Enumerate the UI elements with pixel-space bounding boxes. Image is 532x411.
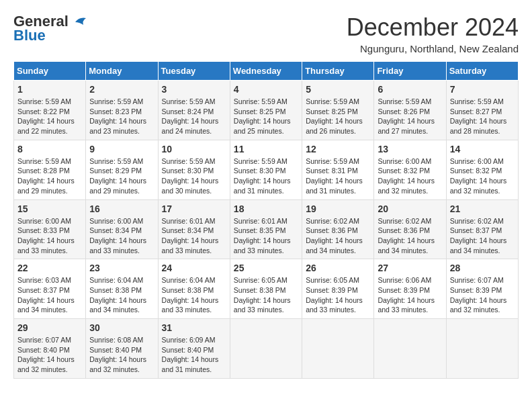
calendar-table: SundayMondayTuesdayWednesdayThursdayFrid… [13,61,519,379]
day-info: Sunrise: 6:07 AM Sunset: 8:40 PM Dayligh… [17,335,82,375]
day-number: 2 [89,84,154,95]
day-number: 29 [17,322,82,333]
day-number: 24 [162,263,226,273]
page-header: General Blue December 2024 Ngunguru, Nor… [13,13,519,54]
calendar-cell: 31 Sunrise: 6:09 AM Sunset: 8:40 PM Dayl… [158,319,230,379]
day-number: 28 [450,263,515,273]
day-info: Sunrise: 6:08 AM Sunset: 8:40 PM Dayligh… [89,335,154,375]
day-info: Sunrise: 6:04 AM Sunset: 8:38 PM Dayligh… [89,275,154,315]
day-info: Sunrise: 6:02 AM Sunset: 8:36 PM Dayligh… [306,216,370,256]
day-number: 20 [378,203,442,214]
calendar-cell: 18 Sunrise: 6:01 AM Sunset: 8:35 PM Dayl… [230,199,302,259]
day-number: 14 [450,144,515,154]
logo: General Blue [13,13,87,44]
day-info: Sunrise: 6:06 AM Sunset: 8:39 PM Dayligh… [378,275,442,315]
day-number: 11 [234,144,298,154]
day-info: Sunrise: 6:01 AM Sunset: 8:35 PM Dayligh… [234,216,298,256]
day-info: Sunrise: 5:59 AM Sunset: 8:29 PM Dayligh… [89,156,154,196]
day-number: 12 [306,144,370,154]
calendar-cell: 13 Sunrise: 6:00 AM Sunset: 8:32 PM Dayl… [374,140,446,199]
calendar-cell [374,319,446,379]
day-number: 10 [162,144,226,154]
month-title: December 2024 [347,13,519,42]
day-number: 4 [234,84,298,95]
day-info: Sunrise: 5:59 AM Sunset: 8:22 PM Dayligh… [17,97,82,136]
calendar-header-row: SundayMondayTuesdayWednesdayThursdayFrid… [14,62,519,81]
calendar-cell: 29 Sunrise: 6:07 AM Sunset: 8:40 PM Dayl… [14,319,86,379]
calendar-cell: 22 Sunrise: 6:03 AM Sunset: 8:37 PM Dayl… [14,259,86,319]
calendar-cell: 30 Sunrise: 6:08 AM Sunset: 8:40 PM Dayl… [86,319,158,379]
calendar-cell: 7 Sunrise: 5:59 AM Sunset: 8:27 PM Dayli… [446,81,518,140]
calendar-cell: 25 Sunrise: 6:05 AM Sunset: 8:38 PM Dayl… [230,259,302,319]
calendar-week-row: 8 Sunrise: 5:59 AM Sunset: 8:28 PM Dayli… [14,140,519,199]
day-number: 27 [378,263,442,273]
calendar-cell: 15 Sunrise: 6:00 AM Sunset: 8:33 PM Dayl… [14,199,86,259]
day-number: 13 [378,144,442,154]
calendar-header-thursday: Thursday [302,62,374,81]
day-info: Sunrise: 6:07 AM Sunset: 8:39 PM Dayligh… [450,275,515,315]
day-info: Sunrise: 5:59 AM Sunset: 8:24 PM Dayligh… [162,97,226,136]
calendar-cell [302,319,374,379]
calendar-cell: 2 Sunrise: 5:59 AM Sunset: 8:23 PM Dayli… [86,81,158,140]
calendar-header-wednesday: Wednesday [230,62,302,81]
day-number: 5 [306,84,370,95]
title-block: December 2024 Ngunguru, Northland, New Z… [347,13,519,54]
day-info: Sunrise: 6:00 AM Sunset: 8:33 PM Dayligh… [17,216,82,256]
day-info: Sunrise: 6:02 AM Sunset: 8:36 PM Dayligh… [378,216,442,256]
day-number: 23 [89,263,154,273]
day-info: Sunrise: 6:00 AM Sunset: 8:34 PM Dayligh… [89,216,154,256]
logo-bird-icon [74,17,87,28]
day-number: 26 [306,263,370,273]
day-info: Sunrise: 6:09 AM Sunset: 8:40 PM Dayligh… [162,335,226,375]
day-info: Sunrise: 5:59 AM Sunset: 8:28 PM Dayligh… [17,156,82,196]
calendar-header-monday: Monday [86,62,158,81]
calendar-cell: 9 Sunrise: 5:59 AM Sunset: 8:29 PM Dayli… [86,140,158,199]
logo-blue: Blue [13,27,46,44]
day-number: 17 [162,203,226,214]
calendar-cell: 21 Sunrise: 6:02 AM Sunset: 8:37 PM Dayl… [446,199,518,259]
day-number: 31 [162,322,226,333]
calendar-cell: 12 Sunrise: 5:59 AM Sunset: 8:31 PM Dayl… [302,140,374,199]
calendar-cell: 8 Sunrise: 5:59 AM Sunset: 8:28 PM Dayli… [14,140,86,199]
calendar-cell: 14 Sunrise: 6:00 AM Sunset: 8:32 PM Dayl… [446,140,518,199]
day-info: Sunrise: 5:59 AM Sunset: 8:30 PM Dayligh… [162,156,226,196]
day-info: Sunrise: 5:59 AM Sunset: 8:25 PM Dayligh… [306,97,370,136]
day-info: Sunrise: 6:01 AM Sunset: 8:34 PM Dayligh… [162,216,226,256]
day-info: Sunrise: 6:03 AM Sunset: 8:37 PM Dayligh… [17,275,82,315]
calendar-cell: 20 Sunrise: 6:02 AM Sunset: 8:36 PM Dayl… [374,199,446,259]
calendar-cell: 3 Sunrise: 5:59 AM Sunset: 8:24 PM Dayli… [158,81,230,140]
day-number: 18 [234,203,298,214]
day-number: 6 [378,84,442,95]
day-info: Sunrise: 5:59 AM Sunset: 8:30 PM Dayligh… [234,156,298,196]
day-number: 1 [17,84,82,95]
day-number: 7 [450,84,515,95]
calendar-header-sunday: Sunday [14,62,86,81]
day-info: Sunrise: 6:05 AM Sunset: 8:38 PM Dayligh… [234,275,298,315]
day-number: 22 [17,263,82,273]
calendar-week-row: 1 Sunrise: 5:59 AM Sunset: 8:22 PM Dayli… [14,81,519,140]
calendar-cell: 4 Sunrise: 5:59 AM Sunset: 8:25 PM Dayli… [230,81,302,140]
calendar-week-row: 15 Sunrise: 6:00 AM Sunset: 8:33 PM Dayl… [14,199,519,259]
day-info: Sunrise: 6:00 AM Sunset: 8:32 PM Dayligh… [378,156,442,196]
day-number: 9 [89,144,154,154]
calendar-cell: 1 Sunrise: 5:59 AM Sunset: 8:22 PM Dayli… [14,81,86,140]
day-info: Sunrise: 5:59 AM Sunset: 8:27 PM Dayligh… [450,97,515,136]
day-number: 25 [234,263,298,273]
calendar-cell: 6 Sunrise: 5:59 AM Sunset: 8:26 PM Dayli… [374,81,446,140]
day-info: Sunrise: 6:00 AM Sunset: 8:32 PM Dayligh… [450,156,515,196]
calendar-header-tuesday: Tuesday [158,62,230,81]
calendar-cell [230,319,302,379]
calendar-cell: 10 Sunrise: 5:59 AM Sunset: 8:30 PM Dayl… [158,140,230,199]
day-info: Sunrise: 6:02 AM Sunset: 8:37 PM Dayligh… [450,216,515,256]
calendar-cell: 19 Sunrise: 6:02 AM Sunset: 8:36 PM Dayl… [302,199,374,259]
day-info: Sunrise: 5:59 AM Sunset: 8:31 PM Dayligh… [306,156,370,196]
location: Ngunguru, Northland, New Zealand [347,43,519,54]
calendar-cell: 27 Sunrise: 6:06 AM Sunset: 8:39 PM Dayl… [374,259,446,319]
calendar-cell: 17 Sunrise: 6:01 AM Sunset: 8:34 PM Dayl… [158,199,230,259]
day-number: 19 [306,203,370,214]
day-number: 15 [17,203,82,214]
day-info: Sunrise: 5:59 AM Sunset: 8:23 PM Dayligh… [89,97,154,136]
calendar-cell [446,319,518,379]
calendar-cell: 5 Sunrise: 5:59 AM Sunset: 8:25 PM Dayli… [302,81,374,140]
calendar-header-friday: Friday [374,62,446,81]
